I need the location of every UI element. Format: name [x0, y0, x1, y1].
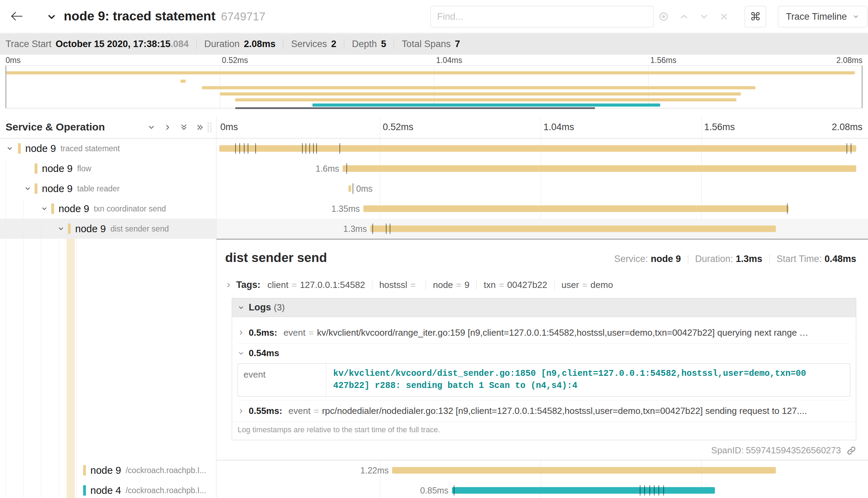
span-row[interactable]: node 9 traced statement: [0, 138, 868, 159]
chevron-down-icon[interactable]: [57, 225, 64, 232]
log-marker-tick: [847, 143, 847, 154]
span-bar[interactable]: [370, 226, 776, 232]
find-scope-icon[interactable]: [658, 11, 669, 22]
service-color-chip: [83, 465, 86, 476]
start-time-value: 0.48ms: [824, 254, 856, 264]
page-title: node 9: traced statement6749717: [64, 9, 265, 24]
log-marker-tick: [787, 203, 788, 214]
chevron-down-icon: [238, 350, 245, 357]
find-clear-icon[interactable]: [719, 12, 729, 21]
collapse-one-icon[interactable]: [147, 123, 156, 132]
span-name-cell[interactable]: node 9 txn coordinator send: [0, 199, 216, 219]
depth-label: Depth: [352, 39, 377, 49]
span-name-cell[interactable]: node 9 traced statement: [0, 138, 216, 159]
log-marker-tick: [372, 224, 373, 234]
span-id-label: SpanID:: [711, 445, 744, 456]
log-marker-tick: [239, 143, 240, 154]
log-marker-tick: [235, 143, 236, 154]
expand-all-icon[interactable]: [196, 123, 204, 132]
log-kv-value[interactable]: kv/kvclient/kvcoord/dist_sender.go:1850 …: [326, 364, 850, 396]
span-name-cell[interactable]: node 9 table reader: [0, 179, 216, 199]
span-row[interactable]: node 9 table reader 0ms: [0, 179, 868, 199]
tag-node: node=9: [433, 280, 470, 290]
expand-one-icon[interactable]: [163, 123, 172, 132]
span-bar[interactable]: [348, 185, 351, 192]
tags-accordion-header[interactable]: Tags: client=127.0.0.1:54582 hostssl= no…: [225, 280, 856, 290]
span-name-cell[interactable]: node 9 flow: [0, 159, 216, 179]
span-row[interactable]: node 4 /cockroach.roachpb.I... 0.85ms: [0, 480, 868, 498]
span-duration-label: 0.85ms: [420, 486, 449, 496]
collapse-all-icon[interactable]: [180, 123, 188, 132]
service-name: node 9: [90, 465, 121, 476]
span-bar[interactable]: [392, 467, 776, 474]
keyboard-shortcuts-button[interactable]: ⌘: [745, 6, 766, 27]
log-marker-tick: [353, 183, 353, 194]
view-type-label: Trace Timeline: [786, 11, 847, 22]
timeline-ruler: 0ms 0.52ms 1.04ms 1.56ms 2.08ms: [216, 116, 868, 138]
span-id-value: 5597415943526560273: [746, 445, 841, 456]
span-rows: dist sender send Service:node 9 Duration…: [0, 138, 868, 498]
trace-start-value: October 15 2020, 17:38:15.084: [56, 39, 189, 49]
column-divider[interactable]: [216, 116, 216, 498]
find-prev-icon[interactable]: [679, 11, 689, 22]
trace-title-collapser[interactable]: [46, 12, 57, 22]
duration-label: Duration: [204, 39, 240, 49]
chevron-down-icon[interactable]: [41, 205, 48, 212]
duration-value: 2.08ms: [244, 39, 276, 49]
span-row[interactable]: node 9 txn coordinator send 1.35ms: [0, 199, 868, 219]
span-timeline-cell[interactable]: 1.35ms: [219, 199, 862, 219]
log-marker-tick: [390, 224, 390, 234]
log-entry-expanded-header[interactable]: 0.54ms: [238, 343, 850, 363]
selected-span-indent-band: [67, 239, 75, 460]
operation-name: flow: [77, 164, 91, 173]
span-timeline-cell[interactable]: 1.22ms: [219, 460, 862, 480]
span-timeline-cell[interactable]: [219, 138, 862, 159]
log-kv-table: event kv/kvclient/kvcoord/dist_sender.go…: [238, 363, 850, 397]
service-value: node 9: [651, 254, 681, 264]
span-bar[interactable]: [452, 487, 715, 494]
minimap-span-bar: [235, 107, 595, 109]
span-detail-title: dist sender send: [225, 251, 327, 265]
span-bar[interactable]: [363, 206, 789, 212]
span-row[interactable]: node 9 flow 1.6ms: [0, 159, 868, 179]
span-timeline-cell[interactable]: 1.3ms: [219, 219, 862, 239]
column-resize-handle[interactable]: [208, 123, 211, 132]
minimap-span-bar: [312, 103, 660, 107]
chevron-down-icon[interactable]: [24, 185, 31, 192]
chevron-down-icon[interactable]: [6, 145, 13, 152]
minimap-span-bar: [235, 98, 736, 101]
trace-id: 6749717: [221, 10, 265, 23]
total-spans-value: 7: [455, 39, 460, 49]
span-timeline-cell[interactable]: 1.6ms: [219, 159, 862, 179]
span-bar[interactable]: [219, 145, 856, 152]
span-timeline-cell[interactable]: 0ms: [219, 179, 862, 199]
find-input[interactable]: [431, 6, 654, 27]
log-entry[interactable]: 0.55ms: event = rpc/nodedialer/nodediale…: [238, 400, 850, 422]
span-detail-row: dist sender send Service:node 9 Duration…: [0, 239, 868, 460]
find-next-icon[interactable]: [699, 11, 709, 22]
span-timeline-cell[interactable]: 0.85ms: [219, 480, 862, 498]
log-marker-tick: [305, 143, 306, 154]
minimap-span-bar: [6, 71, 854, 74]
log-marker-tick: [313, 143, 314, 154]
link-icon[interactable]: [847, 446, 856, 455]
back-button[interactable]: [10, 10, 24, 24]
span-duration-label: 1.6ms: [316, 164, 339, 174]
span-row[interactable]: node 9 /cockroach.roachpb.I... 1.22ms: [0, 460, 868, 480]
logs-accordion-header[interactable]: Logs (3): [232, 298, 856, 317]
minimap-canvas[interactable]: [6, 65, 862, 108]
view-type-dropdown[interactable]: Trace Timeline: [778, 6, 867, 27]
span-bar[interactable]: [343, 165, 856, 172]
minimap-tick-labels: 0ms 0.52ms 1.04ms 1.56ms 2.08ms: [6, 56, 862, 65]
operation-name: txn coordinator send: [94, 204, 166, 214]
span-name-cell[interactable]: node 9 /cockroach.roachpb.I...: [0, 460, 216, 480]
log-marker-tick: [649, 485, 650, 496]
service-name: node 9: [42, 183, 73, 194]
logs-label: Logs: [249, 302, 271, 313]
span-name-cell[interactable]: node 4 /cockroach.roachpb.I...: [0, 480, 216, 498]
log-entry[interactable]: 0.5ms: event = kv/kvclient/kvcoord/range…: [238, 322, 850, 343]
service-color-chip: [51, 203, 54, 214]
span-row[interactable]: node 9 dist sender send 1.3ms: [0, 219, 868, 239]
span-name-cell[interactable]: node 9 dist sender send: [0, 219, 216, 239]
minimap-scrubber-right[interactable]: [862, 66, 862, 108]
